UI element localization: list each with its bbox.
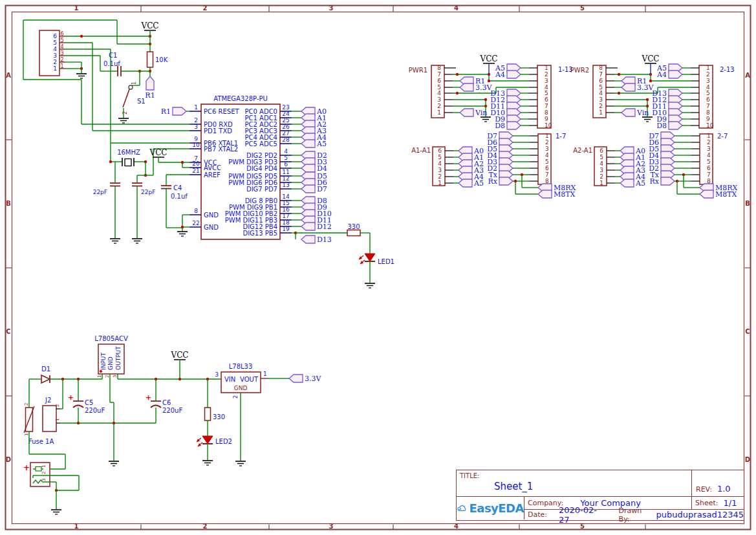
net-label[interactable]: M8TX <box>554 190 576 199</box>
net-label[interactable]: Rx <box>650 177 660 186</box>
fuse-label[interactable]: Fuse 1A <box>28 438 54 445</box>
connector-ref[interactable]: J2 <box>45 397 51 404</box>
net-label[interactable]: A5 <box>635 179 645 188</box>
net-label[interactable]: M8TX <box>715 190 737 199</box>
vcc-flag-label[interactable]: VCC <box>641 54 659 63</box>
net-label[interactable]: Vin <box>475 109 487 117</box>
net-label[interactable]: D12 <box>317 223 332 231</box>
ic-ref[interactable]: ATMEGA328P-PU <box>213 95 268 102</box>
net-label[interactable]: A4 <box>656 71 667 79</box>
net-flag-A4[interactable] <box>669 71 682 78</box>
pin-number: 3 <box>545 146 549 152</box>
capacitor-polarized[interactable] <box>73 406 83 408</box>
led-ref[interactable]: LED2 <box>215 438 232 445</box>
vcc-flag-label[interactable]: VCC <box>479 54 497 63</box>
net-flag-M8TX[interactable] <box>700 190 713 198</box>
net-label[interactable]: D7 <box>317 185 327 193</box>
net-label[interactable]: D8 <box>495 122 505 130</box>
net-flag-D13[interactable] <box>301 235 315 243</box>
connector-label[interactable]: 2-7 <box>717 133 728 140</box>
connector-2-7[interactable] <box>700 134 713 184</box>
resistor-value[interactable]: 10K <box>155 56 168 63</box>
net-label[interactable]: D8 <box>656 122 667 130</box>
net-flag-Rx[interactable] <box>499 177 513 185</box>
drawn-by-value[interactable]: pubuduprasad12345 <box>656 510 744 519</box>
resistor-value[interactable]: 330 <box>347 223 360 230</box>
regulator-ref[interactable]: L78L33 <box>229 363 253 370</box>
net-flag-3.3V[interactable] <box>460 83 473 91</box>
connector-ref[interactable]: A2-A1 <box>573 147 592 154</box>
connector-label[interactable]: 2-13 <box>720 66 735 73</box>
connector-ref[interactable]: A1-A1 <box>411 147 431 154</box>
net-flag-D7[interactable] <box>301 185 315 193</box>
resistor[interactable] <box>347 230 360 236</box>
net-label[interactable]: Vin <box>636 109 649 117</box>
net-label[interactable]: A5 <box>316 140 327 148</box>
sheet-title[interactable]: Sheet_1 <box>494 481 533 492</box>
vcc-flag-label[interactable]: VCC <box>170 351 188 360</box>
capacitor-value[interactable]: 220uF <box>85 407 105 414</box>
net-flag-Rx[interactable] <box>661 177 675 185</box>
net-flag-D8[interactable] <box>507 122 521 129</box>
switch-s1[interactable] <box>129 85 133 89</box>
net-flag-A5[interactable] <box>620 179 634 187</box>
net-label[interactable]: A5 <box>473 179 484 188</box>
connector-j2[interactable] <box>43 406 56 431</box>
switch-ref[interactable]: S1 <box>137 98 146 105</box>
connector-ref[interactable]: PWR2 <box>570 67 589 74</box>
resistor[interactable] <box>205 408 211 420</box>
pin-number: 2 <box>706 71 710 78</box>
capacitor-ref[interactable]: C4 <box>173 184 182 191</box>
net-flag-D12[interactable] <box>301 223 315 230</box>
switch-s1[interactable] <box>123 89 129 107</box>
led1[interactable] <box>365 254 375 261</box>
net-flag-A4[interactable] <box>507 71 521 78</box>
diode-ref[interactable]: D1 <box>41 366 50 373</box>
net-flag-D4[interactable] <box>301 164 315 172</box>
capacitor-ref[interactable]: C1 <box>109 52 117 59</box>
diode-d1[interactable] <box>41 375 50 383</box>
net-flag-D8[interactable] <box>669 122 682 129</box>
crystal-16mhz[interactable] <box>125 159 131 166</box>
net-label[interactable]: R1 <box>161 107 171 116</box>
net-flag-Vin[interactable] <box>460 109 473 116</box>
rev-value[interactable]: 1.0 <box>717 484 731 494</box>
net-label[interactable]: D13 <box>317 235 332 244</box>
net-flag-A5[interactable] <box>301 140 315 147</box>
resistor-value[interactable]: 330 <box>213 413 225 420</box>
capacitor-ref[interactable]: C5 <box>85 399 93 406</box>
resistor[interactable] <box>147 52 153 67</box>
sheet-value[interactable]: 1/1 <box>724 498 737 508</box>
net-flag-3.3V[interactable] <box>289 375 303 382</box>
net-flag-A5[interactable] <box>459 179 472 187</box>
connector-label[interactable]: 1-7 <box>556 133 566 140</box>
net-label[interactable]: 3.3V <box>305 375 321 383</box>
capacitor-value[interactable]: 22pF <box>93 189 107 195</box>
vcc-flag-label[interactable]: VCC <box>140 21 158 30</box>
capacitor-value[interactable]: 220uF <box>162 407 182 414</box>
net-label[interactable]: A4 <box>495 71 505 79</box>
capacitor-value[interactable]: 0.1uf <box>171 193 188 200</box>
date-value[interactable]: 2020-02-27 <box>559 505 601 525</box>
led-ref[interactable]: LED1 <box>378 258 394 265</box>
net-flag-3.3V[interactable] <box>621 83 635 91</box>
net-flag-Vin[interactable] <box>621 109 635 116</box>
net-flag-R1[interactable] <box>146 76 154 90</box>
led2[interactable] <box>202 436 213 444</box>
pin[interactable] <box>36 467 41 472</box>
net-label[interactable]: Rx <box>488 177 498 186</box>
crystal-label[interactable]: 16MHZ <box>117 149 140 156</box>
connector-ref[interactable]: PWR1 <box>409 67 427 74</box>
regulator-ref[interactable]: L7805ACV <box>94 335 128 342</box>
capacitor-value[interactable]: 0.1uf <box>103 60 120 67</box>
net-flag-M8TX[interactable] <box>538 190 552 198</box>
schematic-canvas[interactable]: 1122334455AABBCCDD665544332211VCC10KC10.… <box>0 0 756 535</box>
capacitor-value[interactable]: 22pF <box>141 189 155 195</box>
pin-number: 1 <box>97 375 102 378</box>
net-label[interactable]: R1 <box>145 91 155 100</box>
capacitor-ref[interactable]: C6 <box>162 399 171 406</box>
connector-1-7[interactable] <box>538 134 551 184</box>
net-flag-R1[interactable] <box>173 107 186 115</box>
vcc-flag-label[interactable]: VCC <box>149 148 167 157</box>
capacitor-polarized[interactable] <box>151 406 161 408</box>
